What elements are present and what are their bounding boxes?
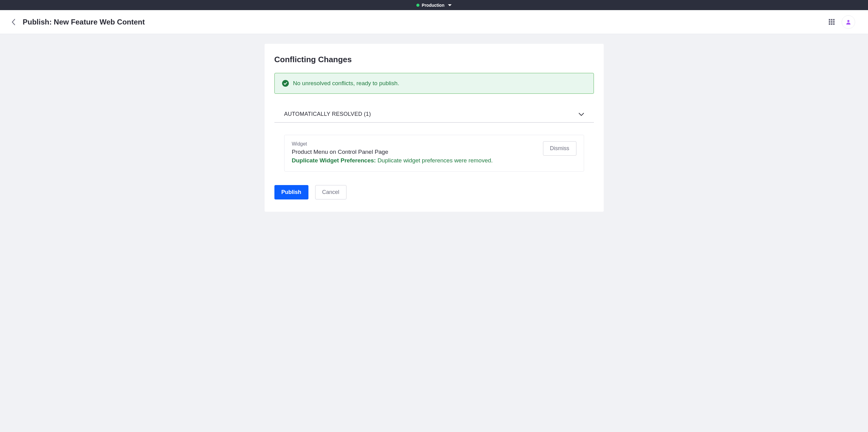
apps-grid-icon[interactable] [829, 19, 835, 25]
conflict-item: Widget Product Menu on Control Panel Pag… [284, 135, 584, 172]
conflict-desc-text: Duplicate widget preferences were remove… [376, 157, 493, 164]
svg-point-0 [847, 20, 849, 22]
conflicts-card: Conflicting Changes No unresolved confli… [265, 44, 604, 212]
caret-down-icon [448, 4, 452, 6]
cancel-button[interactable]: Cancel [315, 185, 346, 199]
publish-button[interactable]: Publish [274, 185, 308, 199]
check-circle-icon [282, 80, 289, 87]
chevron-left-icon [11, 19, 16, 26]
user-avatar[interactable] [842, 15, 855, 29]
conflict-type: Widget [292, 141, 543, 147]
user-icon [845, 19, 851, 25]
environment-selector[interactable]: Production [416, 3, 452, 8]
section-label: AUTOMATICALLY RESOLVED (1) [284, 111, 371, 118]
conflict-desc-label: Duplicate Widget Preferences: [292, 157, 376, 164]
content-area: Conflicting Changes No unresolved confli… [0, 34, 868, 222]
dismiss-button[interactable]: Dismiss [543, 141, 577, 156]
auto-resolved-section-toggle[interactable]: AUTOMATICALLY RESOLVED (1) [274, 111, 594, 123]
status-dot-icon [416, 4, 420, 7]
action-buttons: Publish Cancel [274, 185, 594, 199]
conflict-title: Product Menu on Control Panel Page [292, 148, 543, 155]
card-heading: Conflicting Changes [274, 55, 594, 64]
page-header-bar: Publish: New Feature Web Content [0, 10, 868, 34]
conflict-description: Duplicate Widget Preferences: Duplicate … [292, 157, 543, 164]
page-title: Publish: New Feature Web Content [23, 18, 145, 26]
success-alert: No unresolved conflicts, ready to publis… [274, 73, 594, 94]
back-button[interactable] [10, 19, 17, 26]
chevron-down-icon [579, 113, 584, 116]
environment-bar: Production [0, 0, 868, 10]
environment-label: Production [422, 3, 444, 8]
alert-message: No unresolved conflicts, ready to publis… [293, 80, 399, 87]
